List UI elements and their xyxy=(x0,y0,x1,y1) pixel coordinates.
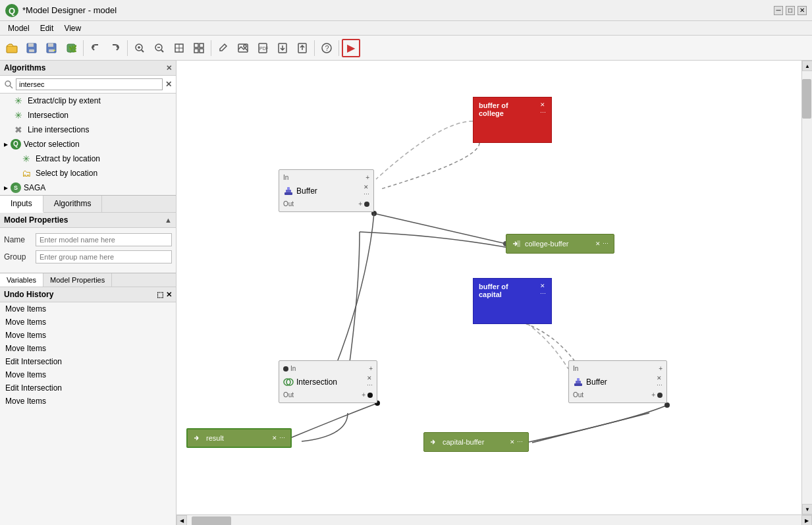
undo-item-7[interactable]: Edit Intersection xyxy=(0,381,176,395)
scrollbar-track-v[interactable] xyxy=(802,71,812,504)
college-buffer-output-node[interactable]: college-buffer ✕ ⋯ xyxy=(506,234,614,254)
buffer-algo-bottom-out-plus[interactable]: + xyxy=(651,391,655,399)
import2-btn[interactable] xyxy=(273,39,292,57)
undo-item-6[interactable]: Move Items xyxy=(0,368,176,381)
vector-selection-group-icon: Q xyxy=(11,139,21,150)
tree-item-extract-clip[interactable]: ✳ Extract/clip by extent xyxy=(0,94,176,108)
save-btn[interactable] xyxy=(22,39,41,57)
buffer-of-college-node[interactable]: buffer of college ✕ ⋯ xyxy=(473,97,552,143)
group-label: Group xyxy=(4,252,33,262)
zoom-actual-btn[interactable] xyxy=(170,39,188,57)
undo-item-3[interactable]: Move Items xyxy=(0,329,176,342)
intersection-algo-node[interactable]: In + Intersection ✕ ⋯ xyxy=(279,360,377,403)
tree-item-extract-by-location[interactable]: ✳ Extract by location xyxy=(0,152,176,166)
algorithms-section-toggle[interactable]: ✕ xyxy=(166,64,172,72)
export-pdf-btn[interactable]: PDF xyxy=(254,39,272,57)
undo-item-1[interactable]: Move Items xyxy=(0,302,176,316)
menu-view[interactable]: View xyxy=(59,22,86,34)
title-bar: *Model Designer - model ─ □ ✕ xyxy=(0,0,812,21)
tree-item-select-by-location[interactable]: 🗂 Select by location xyxy=(0,166,176,180)
buffer-algo-bottom-node[interactable]: In + Buffer ✕ ⋯ xyxy=(568,360,667,403)
undo-btn[interactable] xyxy=(86,39,105,57)
capital-buffer-output-node[interactable]: capital-buffer ✕ ⋯ xyxy=(423,432,529,452)
search-clear-btn[interactable]: ✕ xyxy=(165,80,172,89)
buffer-algo-bottom-close-icon[interactable]: ✕ xyxy=(657,375,663,381)
buffer-algo-top-close-icon[interactable]: ✕ xyxy=(364,184,369,190)
capital-buffer-close-icon[interactable]: ✕ xyxy=(510,439,515,445)
tab-algorithms[interactable]: Algorithms xyxy=(43,196,103,212)
tree-group-vector-selection[interactable]: ▸ Q Vector selection xyxy=(0,137,176,152)
buffer-algo-top-label: Buffer xyxy=(296,186,317,196)
intersection-more-icon[interactable]: ⋯ xyxy=(367,382,373,389)
tab-model-properties[interactable]: Model Properties xyxy=(43,273,112,287)
undo-item-2[interactable]: Move Items xyxy=(0,316,176,329)
import-btn[interactable]: 🌿 xyxy=(62,39,80,57)
tree-group-saga[interactable]: ▸ S SAGA xyxy=(0,180,176,195)
scroll-down-btn[interactable]: ▼ xyxy=(802,504,812,514)
tree-item-line-intersections[interactable]: ✖ Line intersections xyxy=(0,123,176,137)
extract-clip-icon: ✳ xyxy=(13,96,24,106)
minimize-btn[interactable]: ─ xyxy=(774,6,783,15)
undo-close-icon[interactable]: ✕ xyxy=(166,290,172,299)
undo-item-4[interactable]: Move Items xyxy=(0,342,176,355)
buffer-algo-top-node[interactable]: In + Buffer ✕ ⋯ xyxy=(279,169,374,212)
redo-btn[interactable] xyxy=(106,39,124,57)
svg-line-13 xyxy=(142,50,144,52)
edit-btn[interactable] xyxy=(214,39,232,57)
model-name-input[interactable] xyxy=(36,233,172,246)
undo-item-8[interactable]: Move Items xyxy=(0,395,176,408)
tab-inputs[interactable]: Inputs xyxy=(0,196,43,213)
export2-btn[interactable] xyxy=(293,39,311,57)
scroll-up-btn[interactable]: ▲ xyxy=(802,61,812,71)
maximize-btn[interactable]: □ xyxy=(786,6,795,15)
buffer-algo-top-out-plus[interactable]: + xyxy=(358,200,362,207)
run-model-btn[interactable]: ▶ xyxy=(342,39,360,57)
buffer-college-more-icon[interactable]: ⋯ xyxy=(540,109,546,116)
save-as-btn[interactable]: + xyxy=(42,39,61,57)
canvas-area[interactable]: buffer of college ✕ ⋯ buffer of capital … xyxy=(176,61,801,514)
tree-item-intersection[interactable]: ✳ Intersection xyxy=(0,108,176,123)
result-output-node[interactable]: result ✕ ⋯ xyxy=(186,428,292,448)
buffer-capital-more-icon[interactable]: ⋯ xyxy=(540,290,546,297)
export-img-btn[interactable] xyxy=(234,39,252,57)
buffer-algo-bottom-more-icon[interactable]: ⋯ xyxy=(657,382,663,389)
model-properties-label: Model Properties xyxy=(4,215,68,225)
menu-edit[interactable]: Edit xyxy=(35,22,59,34)
scrollbar-thumb-h[interactable] xyxy=(192,516,231,525)
buffer-college-close-icon[interactable]: ✕ xyxy=(540,101,546,108)
intersection-out-plus[interactable]: + xyxy=(362,391,365,399)
college-buffer-more-icon[interactable]: ⋯ xyxy=(603,240,609,247)
scroll-left-btn[interactable]: ◀ xyxy=(176,515,187,525)
buffer-algo-top-in-plus[interactable]: + xyxy=(365,174,369,181)
intersection-close-icon[interactable]: ✕ xyxy=(367,375,373,381)
model-properties-toggle[interactable]: ▲ xyxy=(165,216,172,224)
help-btn[interactable]: ? xyxy=(317,39,336,57)
buffer-algo-top-more-icon[interactable]: ⋯ xyxy=(364,191,369,198)
zoom-in-btn[interactable] xyxy=(130,39,149,57)
saga-label: SAGA xyxy=(24,183,45,192)
scroll-right-btn[interactable]: ▶ xyxy=(801,515,812,525)
close-btn[interactable]: ✕ xyxy=(798,6,807,15)
result-close-icon[interactable]: ✕ xyxy=(272,435,277,441)
capital-buffer-more-icon[interactable]: ⋯ xyxy=(517,439,523,445)
undo-expand-icon[interactable]: ⬚ xyxy=(157,290,163,299)
undo-item-5[interactable]: Edit Intersection xyxy=(0,355,176,368)
zoom-out-btn[interactable] xyxy=(150,39,169,57)
intersection-in-plus[interactable]: + xyxy=(369,365,373,372)
vertical-scrollbar[interactable]: ▲ ▼ xyxy=(801,61,812,514)
algorithm-search-input[interactable] xyxy=(16,78,163,90)
buffer-capital-close-icon[interactable]: ✕ xyxy=(540,283,546,289)
buffer-of-capital-node[interactable]: buffer of capital ✕ ⋯ xyxy=(473,278,552,324)
zoom-all-btn[interactable] xyxy=(190,39,208,57)
horizontal-scrollbar[interactable]: ◀ ▶ xyxy=(176,514,812,525)
buffer-algo-bottom-in-plus[interactable]: + xyxy=(659,365,663,372)
open-folder-btn[interactable] xyxy=(3,39,21,57)
left-panel: Algorithms ✕ ✕ ✳ Extract/clip by extent … xyxy=(0,61,176,525)
scrollbar-track-h[interactable] xyxy=(187,515,801,525)
college-buffer-close-icon[interactable]: ✕ xyxy=(595,240,601,247)
result-more-icon[interactable]: ⋯ xyxy=(279,435,285,441)
model-group-input[interactable] xyxy=(36,250,172,263)
tab-variables[interactable]: Variables xyxy=(0,273,43,287)
menu-model[interactable]: Model xyxy=(3,22,35,34)
scrollbar-thumb-v[interactable] xyxy=(802,79,811,119)
